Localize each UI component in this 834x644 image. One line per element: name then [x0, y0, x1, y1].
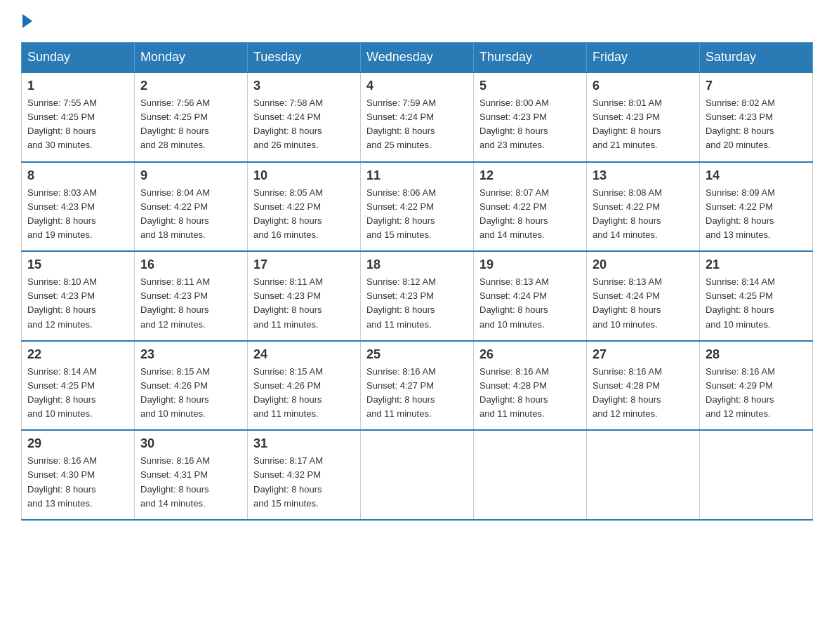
- day-number: 17: [253, 257, 355, 272]
- day-number: 26: [479, 347, 581, 362]
- calendar-cell: 25 Sunrise: 8:16 AM Sunset: 4:27 PM Dayl…: [361, 341, 474, 431]
- calendar-cell: [361, 430, 474, 520]
- header-wednesday: Wednesday: [361, 43, 474, 73]
- day-info: Sunrise: 7:55 AM Sunset: 4:25 PM Dayligh…: [27, 96, 128, 153]
- day-info: Sunrise: 8:13 AM Sunset: 4:24 PM Dayligh…: [593, 275, 694, 332]
- day-info: Sunrise: 8:04 AM Sunset: 4:22 PM Dayligh…: [140, 186, 241, 243]
- logo: [21, 14, 34, 28]
- week-row-4: 22 Sunrise: 8:14 AM Sunset: 4:25 PM Dayl…: [22, 341, 813, 431]
- day-info: Sunrise: 8:08 AM Sunset: 4:22 PM Dayligh…: [593, 186, 694, 243]
- calendar-cell: 19 Sunrise: 8:13 AM Sunset: 4:24 PM Dayl…: [474, 251, 587, 341]
- day-number: 4: [366, 79, 468, 93]
- calendar-cell: 13 Sunrise: 8:08 AM Sunset: 4:22 PM Dayl…: [587, 162, 700, 252]
- day-info: Sunrise: 8:16 AM Sunset: 4:27 PM Dayligh…: [366, 365, 468, 422]
- day-info: Sunrise: 8:10 AM Sunset: 4:23 PM Dayligh…: [27, 275, 128, 332]
- calendar-cell: 5 Sunrise: 8:00 AM Sunset: 4:23 PM Dayli…: [474, 72, 587, 162]
- day-number: 29: [27, 436, 128, 451]
- day-number: 1: [27, 79, 128, 93]
- week-row-3: 15 Sunrise: 8:10 AM Sunset: 4:23 PM Dayl…: [22, 251, 813, 341]
- day-info: Sunrise: 8:16 AM Sunset: 4:31 PM Dayligh…: [140, 454, 241, 511]
- calendar-cell: [474, 430, 587, 520]
- day-info: Sunrise: 8:16 AM Sunset: 4:28 PM Dayligh…: [479, 365, 581, 422]
- logo-triangle-icon: [22, 14, 32, 28]
- day-info: Sunrise: 8:05 AM Sunset: 4:22 PM Dayligh…: [253, 186, 355, 243]
- header-tuesday: Tuesday: [248, 43, 361, 73]
- calendar-cell: 30 Sunrise: 8:16 AM Sunset: 4:31 PM Dayl…: [135, 430, 248, 520]
- calendar-cell: 18 Sunrise: 8:12 AM Sunset: 4:23 PM Dayl…: [361, 251, 474, 341]
- day-number: 20: [593, 257, 694, 272]
- day-info: Sunrise: 8:07 AM Sunset: 4:22 PM Dayligh…: [479, 186, 581, 243]
- day-info: Sunrise: 8:16 AM Sunset: 4:28 PM Dayligh…: [593, 365, 694, 422]
- day-number: 15: [27, 257, 128, 272]
- calendar-cell: 11 Sunrise: 8:06 AM Sunset: 4:22 PM Dayl…: [361, 162, 474, 252]
- calendar-cell: 27 Sunrise: 8:16 AM Sunset: 4:28 PM Dayl…: [587, 341, 700, 431]
- calendar-cell: 21 Sunrise: 8:14 AM Sunset: 4:25 PM Dayl…: [700, 251, 813, 341]
- day-info: Sunrise: 8:02 AM Sunset: 4:23 PM Dayligh…: [706, 96, 807, 153]
- calendar-cell: 9 Sunrise: 8:04 AM Sunset: 4:22 PM Dayli…: [135, 162, 248, 252]
- day-number: 6: [593, 79, 694, 93]
- header-saturday: Saturday: [700, 43, 813, 73]
- calendar-cell: 31 Sunrise: 8:17 AM Sunset: 4:32 PM Dayl…: [248, 430, 361, 520]
- day-info: Sunrise: 8:06 AM Sunset: 4:22 PM Dayligh…: [366, 186, 468, 243]
- calendar-cell: 1 Sunrise: 7:55 AM Sunset: 4:25 PM Dayli…: [22, 72, 135, 162]
- day-number: 13: [593, 168, 694, 183]
- calendar-cell: 20 Sunrise: 8:13 AM Sunset: 4:24 PM Dayl…: [587, 251, 700, 341]
- header-friday: Friday: [587, 43, 700, 73]
- day-number: 14: [706, 168, 807, 183]
- calendar-cell: 17 Sunrise: 8:11 AM Sunset: 4:23 PM Dayl…: [248, 251, 361, 341]
- calendar-cell: 8 Sunrise: 8:03 AM Sunset: 4:23 PM Dayli…: [22, 162, 135, 252]
- header-sunday: Sunday: [22, 43, 135, 73]
- day-number: 28: [706, 347, 807, 362]
- calendar-cell: 23 Sunrise: 8:15 AM Sunset: 4:26 PM Dayl…: [135, 341, 248, 431]
- day-info: Sunrise: 8:01 AM Sunset: 4:23 PM Dayligh…: [593, 96, 694, 153]
- day-number: 25: [366, 347, 468, 362]
- calendar-cell: 16 Sunrise: 8:11 AM Sunset: 4:23 PM Dayl…: [135, 251, 248, 341]
- calendar-cell: 29 Sunrise: 8:16 AM Sunset: 4:30 PM Dayl…: [22, 430, 135, 520]
- calendar-cell: 10 Sunrise: 8:05 AM Sunset: 4:22 PM Dayl…: [248, 162, 361, 252]
- day-info: Sunrise: 8:14 AM Sunset: 4:25 PM Dayligh…: [27, 365, 128, 422]
- day-info: Sunrise: 8:03 AM Sunset: 4:23 PM Dayligh…: [27, 186, 128, 243]
- calendar-cell: 7 Sunrise: 8:02 AM Sunset: 4:23 PM Dayli…: [700, 72, 813, 162]
- day-number: 22: [27, 347, 128, 362]
- page-header: [21, 14, 813, 28]
- day-info: Sunrise: 8:11 AM Sunset: 4:23 PM Dayligh…: [253, 275, 355, 332]
- day-number: 11: [366, 168, 468, 183]
- day-number: 24: [253, 347, 355, 362]
- calendar-cell: 2 Sunrise: 7:56 AM Sunset: 4:25 PM Dayli…: [135, 72, 248, 162]
- calendar-header-row: SundayMondayTuesdayWednesdayThursdayFrid…: [22, 43, 813, 73]
- calendar-cell: 6 Sunrise: 8:01 AM Sunset: 4:23 PM Dayli…: [587, 72, 700, 162]
- calendar-cell: 26 Sunrise: 8:16 AM Sunset: 4:28 PM Dayl…: [474, 341, 587, 431]
- calendar-cell: [700, 430, 813, 520]
- week-row-1: 1 Sunrise: 7:55 AM Sunset: 4:25 PM Dayli…: [22, 72, 813, 162]
- calendar-cell: 3 Sunrise: 7:58 AM Sunset: 4:24 PM Dayli…: [248, 72, 361, 162]
- day-info: Sunrise: 8:09 AM Sunset: 4:22 PM Dayligh…: [706, 186, 807, 243]
- day-number: 21: [706, 257, 807, 272]
- day-number: 30: [140, 436, 241, 451]
- day-info: Sunrise: 7:59 AM Sunset: 4:24 PM Dayligh…: [366, 96, 468, 153]
- day-number: 2: [140, 79, 241, 93]
- week-row-2: 8 Sunrise: 8:03 AM Sunset: 4:23 PM Dayli…: [22, 162, 813, 252]
- day-info: Sunrise: 8:15 AM Sunset: 4:26 PM Dayligh…: [140, 365, 241, 422]
- calendar-cell: 12 Sunrise: 8:07 AM Sunset: 4:22 PM Dayl…: [474, 162, 587, 252]
- day-number: 10: [253, 168, 355, 183]
- calendar-cell: [587, 430, 700, 520]
- day-info: Sunrise: 8:11 AM Sunset: 4:23 PM Dayligh…: [140, 275, 241, 332]
- day-info: Sunrise: 8:14 AM Sunset: 4:25 PM Dayligh…: [706, 275, 807, 332]
- calendar-cell: 28 Sunrise: 8:16 AM Sunset: 4:29 PM Dayl…: [700, 341, 813, 431]
- day-info: Sunrise: 7:58 AM Sunset: 4:24 PM Dayligh…: [253, 96, 355, 153]
- day-info: Sunrise: 8:16 AM Sunset: 4:30 PM Dayligh…: [27, 454, 128, 511]
- day-info: Sunrise: 8:16 AM Sunset: 4:29 PM Dayligh…: [706, 365, 807, 422]
- calendar-table: SundayMondayTuesdayWednesdayThursdayFrid…: [21, 42, 813, 521]
- day-number: 23: [140, 347, 241, 362]
- calendar-cell: 24 Sunrise: 8:15 AM Sunset: 4:26 PM Dayl…: [248, 341, 361, 431]
- header-monday: Monday: [135, 43, 248, 73]
- day-number: 18: [366, 257, 468, 272]
- day-number: 5: [479, 79, 581, 93]
- calendar-cell: 14 Sunrise: 8:09 AM Sunset: 4:22 PM Dayl…: [700, 162, 813, 252]
- day-info: Sunrise: 8:12 AM Sunset: 4:23 PM Dayligh…: [366, 275, 468, 332]
- day-info: Sunrise: 7:56 AM Sunset: 4:25 PM Dayligh…: [140, 96, 241, 153]
- day-number: 31: [253, 436, 355, 451]
- calendar-cell: 15 Sunrise: 8:10 AM Sunset: 4:23 PM Dayl…: [22, 251, 135, 341]
- day-info: Sunrise: 8:15 AM Sunset: 4:26 PM Dayligh…: [253, 365, 355, 422]
- day-number: 7: [706, 79, 807, 93]
